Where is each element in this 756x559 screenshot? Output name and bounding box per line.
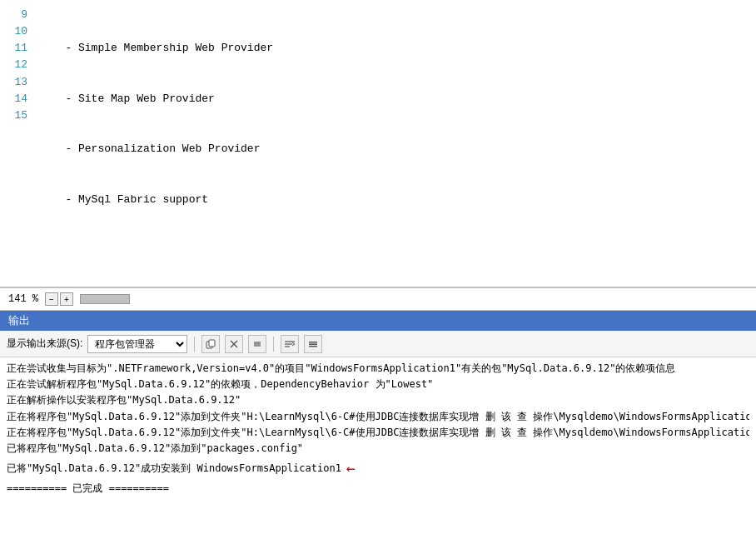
code-content: 9 10 11 12 13 14 15 - Simple Membership …	[0, 0, 756, 287]
output-header-bar: 输出	[0, 311, 756, 331]
output-copy-button[interactable]	[201, 335, 220, 353]
output-scroll-button[interactable]	[248, 335, 266, 353]
output-wrap-button[interactable]	[281, 335, 299, 353]
line-num-12: 12	[0, 57, 27, 73]
code-line-10: - Site Map Web Provider	[46, 91, 579, 107]
zoom-minus-button[interactable]: −	[45, 292, 58, 306]
output-line-5: 正在将程序包"MySql.Data.6.9.12"添加到文件夹"H:\Learn…	[7, 425, 749, 441]
output-line-3: 正在解析操作以安装程序包"MySql.Data.6.9.12"	[7, 392, 749, 408]
red-arrow-icon: ←	[346, 457, 356, 481]
zoom-plus-button[interactable]: +	[60, 292, 73, 306]
line-num-14: 14	[0, 91, 27, 107]
line-num-13: 13	[0, 74, 27, 91]
horizontal-scrollbar[interactable]	[80, 294, 130, 304]
completion-line-wrapper: 已将"MySql.Data.6.9.12"成功安装到 WindowsFormsA…	[7, 457, 749, 481]
toolbar-separator-1	[194, 337, 195, 352]
output-line-2: 正在尝试解析程序包"MySql.Data.6.9.12"的依赖项，Depende…	[7, 377, 749, 392]
output-done-line: ========== 已完成 ==========	[7, 481, 749, 497]
code-line-13	[46, 242, 579, 258]
output-settings-button[interactable]	[304, 335, 322, 353]
svg-rect-10	[309, 342, 317, 343]
line-num-15: 15	[0, 107, 27, 124]
svg-rect-11	[309, 343, 317, 345]
output-line-4: 正在将程序包"MySql.Data.6.9.12"添加到文件夹"H:\Learn…	[7, 409, 749, 425]
output-clear-button[interactable]	[225, 335, 243, 353]
code-line-9: - Simple Membership Web Provider	[46, 40, 579, 57]
code-line-12: - MySql Fabric support	[46, 192, 579, 208]
output-content: 正在尝试收集与目标为".NETFramework,Version=v4.0"的项…	[0, 357, 756, 559]
line-numbers: 9 10 11 12 13 14 15	[0, 0, 37, 287]
code-line-11: - Personalization Web Provider	[46, 141, 579, 157]
zoom-level: 141 %	[8, 293, 38, 305]
output-source-select[interactable]: 程序包管理器	[87, 335, 187, 353]
svg-rect-1	[209, 340, 215, 347]
output-line-7: 已将"MySql.Data.6.9.12"成功安装到 WindowsFormsA…	[7, 461, 341, 477]
toolbar-separator-2	[273, 337, 274, 352]
line-num-9: 9	[0, 7, 27, 23]
line-num-10: 10	[0, 23, 27, 40]
status-bar: 141 % − +	[0, 287, 756, 311]
output-line-6: 已将程序包"MySql.Data.6.9.12"添加到"packages.con…	[7, 441, 749, 457]
zoom-controls: − +	[45, 292, 73, 306]
svg-rect-12	[309, 346, 317, 347]
output-panel-title: 输出	[8, 313, 30, 328]
output-toolbar: 显示输出来源(S): 程序包管理器	[0, 331, 756, 357]
editor-area: 9 10 11 12 13 14 15 - Simple Membership …	[0, 0, 756, 287]
line-num-11: 11	[0, 40, 27, 57]
output-line-1: 正在尝试收集与目标为".NETFramework,Version=v4.0"的项…	[7, 361, 749, 377]
code-lines: - Simple Membership Web Provider - Site …	[37, 0, 587, 287]
output-source-label: 显示输出来源(S):	[7, 337, 82, 351]
